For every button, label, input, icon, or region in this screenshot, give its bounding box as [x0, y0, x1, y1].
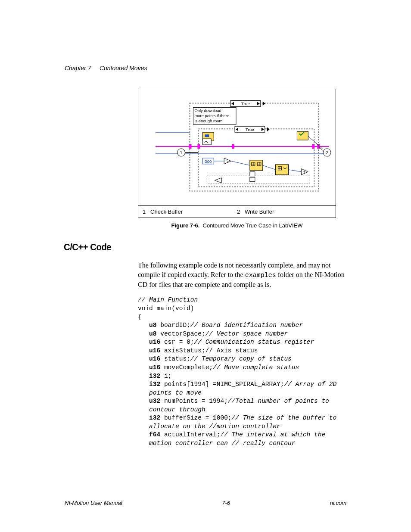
- figure-caption-text: Contoured Move True Case in LabVIEW: [203, 222, 303, 229]
- svg-text:is enough room: is enough room: [194, 118, 222, 123]
- code-comment: points to move: [149, 389, 202, 396]
- legend-num: 1: [143, 208, 146, 215]
- code-text: status;: [160, 355, 190, 362]
- code-kw: i32: [149, 381, 160, 388]
- code-comment: // Vector space number: [206, 330, 288, 337]
- svg-text:+: +: [303, 169, 305, 174]
- svg-rect-42: [250, 172, 255, 176]
- code-kw: f64: [149, 431, 160, 438]
- svg-text:Only download: Only download: [194, 108, 221, 113]
- svg-text:>: >: [226, 159, 229, 164]
- code-text: csr = 0;: [160, 339, 194, 345]
- code-comment: motion controller can // really contour: [149, 440, 295, 447]
- figure-number: Figure 7-6.: [171, 222, 200, 229]
- code-text: vectorSpace;: [157, 330, 206, 337]
- code-text: bufferSize = 1000;: [160, 414, 231, 421]
- intro-paragraph: The following example code is not necess…: [138, 261, 346, 289]
- running-header: Chapter 7 Contoured Moves: [65, 65, 346, 72]
- code-line: void main(void): [138, 305, 194, 312]
- chapter-label: Chapter 7: [65, 65, 91, 72]
- code-kw: u16: [149, 347, 160, 354]
- page: Chapter 7 Contoured Moves True: [0, 0, 411, 532]
- footer-left: NI-Motion User Manual: [65, 500, 122, 506]
- svg-line-50: [231, 161, 250, 165]
- code-kw: u16: [149, 364, 160, 371]
- footer-right: ni.com: [330, 500, 346, 506]
- code-comment: // Main Function: [138, 296, 198, 303]
- figure-block: True Only download more points if there …: [138, 89, 336, 229]
- svg-text:True: True: [246, 127, 255, 132]
- code-listing: // Main Function void main(void) { u8 bo…: [138, 296, 346, 448]
- svg-line-51: [263, 165, 276, 170]
- svg-text:1: 1: [180, 150, 183, 155]
- code-text: boardID;: [157, 322, 190, 329]
- svg-line-52: [288, 170, 301, 172]
- code-comment: // Array of 2D: [284, 381, 336, 388]
- code-comment: allocate on the //motion controller: [149, 423, 280, 430]
- svg-text:more points if there: more points if there: [194, 113, 229, 118]
- code-text: axisStatus;// Axis status: [160, 347, 258, 354]
- code-text: i;: [160, 373, 171, 380]
- code-kw: u16: [149, 355, 160, 362]
- legend-item-1: 1 Check Buffer: [143, 208, 237, 215]
- code-comment: // The size of the buffer to: [232, 414, 337, 421]
- code-kw: u16: [149, 339, 160, 345]
- svg-marker-5: [263, 101, 265, 106]
- code-comment: // Temporary copy of status: [190, 355, 292, 362]
- code-text: moveComplete;: [160, 364, 213, 371]
- labview-diagram: True Only download more points if there …: [138, 89, 336, 205]
- legend-num: 2: [237, 208, 240, 215]
- svg-rect-23: [205, 134, 209, 137]
- legend-label: Write Buffer: [245, 208, 274, 215]
- section-heading: C/C++ Code: [64, 242, 324, 253]
- svg-text:300: 300: [205, 159, 212, 164]
- code-kw: u8: [149, 330, 156, 337]
- svg-marker-53: [215, 178, 221, 183]
- code-comment: //Total number of points to: [228, 398, 329, 404]
- svg-line-60: [308, 136, 323, 149]
- code-comment: // The interval at which the: [220, 431, 325, 438]
- chapter-title: Contoured Moves: [100, 65, 147, 72]
- legend-label: Check Buffer: [150, 208, 183, 215]
- figure-legend: 1 Check Buffer 2 Write Buffer: [138, 205, 336, 218]
- code-comment: contour through: [149, 406, 206, 413]
- inline-code: examples: [245, 272, 276, 279]
- figure-frame: True Only download more points if there …: [138, 89, 336, 218]
- code-comment: // Board identification number: [190, 322, 303, 329]
- code-kw: u8: [149, 322, 156, 329]
- code-comment: // Move complete status: [213, 364, 299, 371]
- svg-text:2: 2: [326, 150, 328, 155]
- svg-rect-24: [297, 131, 308, 140]
- code-kw: u32: [149, 398, 160, 404]
- legend-item-2: 2 Write Buffer: [237, 208, 331, 215]
- footer-center: 7-6: [222, 500, 230, 506]
- code-line: {: [138, 314, 142, 320]
- code-kw: i32: [149, 414, 160, 421]
- svg-rect-29: [207, 175, 310, 184]
- figure-caption: Figure 7-6. Contoured Move True Case in …: [138, 222, 336, 229]
- page-footer: NI-Motion User Manual 7-6 ni.com: [65, 500, 346, 506]
- code-kw: i32: [149, 373, 160, 380]
- code-text: points[1994] =NIMC_SPIRAL_ARRAY;: [160, 381, 284, 388]
- svg-rect-43: [250, 177, 255, 182]
- svg-text:True: True: [241, 101, 250, 106]
- code-comment: // Communication status register: [194, 339, 314, 345]
- svg-rect-44: [276, 165, 289, 175]
- svg-marker-15: [267, 127, 270, 131]
- code-text: actualInterval;: [160, 431, 220, 438]
- code-text: numPoints = 1994;: [160, 398, 228, 404]
